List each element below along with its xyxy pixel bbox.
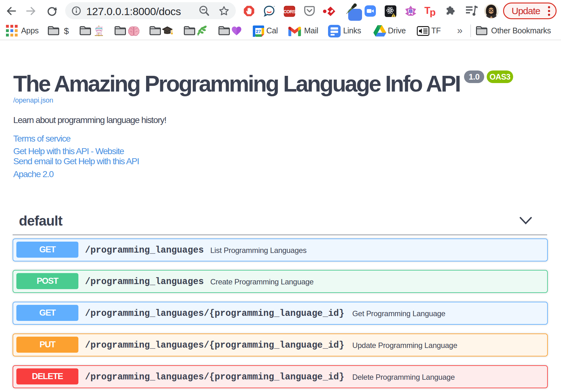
svg-text:27: 27 xyxy=(256,29,261,34)
svg-text:CORS: CORS xyxy=(284,9,295,14)
svg-text:p: p xyxy=(430,7,436,17)
